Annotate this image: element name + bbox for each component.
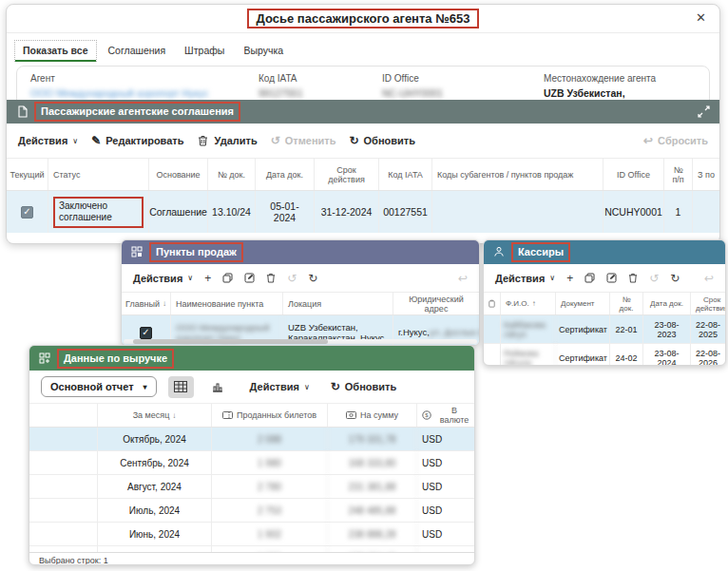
trash-icon[interactable]: [628, 273, 638, 283]
close-icon[interactable]: ✕: [696, 10, 706, 25]
col-doc-date[interactable]: Дата док.: [643, 293, 691, 314]
col-validity[interactable]: Срок действия: [691, 293, 726, 314]
col-num[interactable]: № п/п: [664, 159, 693, 190]
reset-label: Сбросить: [658, 135, 708, 146]
table-view-button[interactable]: [168, 376, 194, 398]
undo-icon[interactable]: ↺: [649, 272, 659, 285]
report-select[interactable]: Основной отчет ▾: [41, 376, 157, 397]
report-icon: [39, 352, 51, 365]
tab-fines[interactable]: Штрафы: [177, 41, 232, 62]
col-id-office[interactable]: ID Office: [603, 159, 664, 190]
month-cell: Сентябрь, 2024: [98, 451, 212, 474]
cashier-row[interactable]: Кайбакова Айгул Сертификат 22-01 23-08-2…: [484, 315, 725, 344]
agent-label: Агент: [30, 73, 259, 84]
revenue-row[interactable]: Июль, 2024 2 753 248 485,88 USD: [29, 499, 474, 523]
revenue-row[interactable]: Сентябрь, 2024 1 980 168 333,80 USD: [29, 451, 474, 475]
col-tickets[interactable]: Проданных билетов: [212, 404, 328, 427]
amount-cell: 179 331,78: [328, 428, 417, 450]
checkbox-checked[interactable]: ✓: [21, 206, 33, 219]
status-cell: Заключено соглашение: [48, 191, 149, 233]
actions-menu-button[interactable]: Действия ∨: [133, 273, 193, 284]
add-icon[interactable]: +: [566, 272, 573, 285]
revenue-row[interactable]: Август, 2024 2 780 231 381,88 USD: [29, 475, 474, 499]
col-status[interactable]: Статус: [48, 159, 149, 190]
col-amount-label: На сумму: [360, 410, 398, 420]
chart-view-button[interactable]: [205, 376, 231, 398]
trash-icon: [198, 135, 210, 147]
refresh-icon[interactable]: ↻: [670, 272, 680, 285]
tab-bar: Показать все Соглашения Штрафы Выручка: [7, 33, 719, 62]
refresh-icon: ↻: [331, 381, 340, 392]
tab-show-all[interactable]: Показать все: [14, 40, 97, 62]
agreements-row[interactable]: ✓ Заключено соглашение Соглашение 13.10/…: [7, 191, 719, 233]
col-location[interactable]: Локация: [283, 293, 393, 314]
col-currency[interactable]: $ В валюте: [417, 404, 474, 427]
col-doc-date[interactable]: Дата док.: [256, 159, 315, 190]
refresh-button[interactable]: ↻ Обновить: [331, 381, 396, 392]
actions-menu-button[interactable]: Действия ∨: [495, 273, 555, 284]
col-subagents[interactable]: Коды субагентов / пунктов продаж: [432, 159, 603, 190]
add-icon[interactable]: +: [204, 272, 211, 285]
sort-icon: ↓: [172, 411, 176, 420]
col-basis[interactable]: Основание: [149, 159, 208, 190]
col-fio-label: Ф.И.О.: [506, 299, 529, 308]
actions-menu-button[interactable]: Действия ∨: [250, 381, 310, 392]
undo-button[interactable]: ↺ Отменить: [271, 135, 336, 146]
col-document[interactable]: Документ: [556, 293, 610, 314]
col-amount[interactable]: На сумму: [328, 404, 417, 427]
doc-date-cell: 23-08-2023: [643, 315, 691, 343]
doc-date-cell: 23-08-2024: [643, 344, 691, 366]
col-doc-no[interactable]: № док.: [610, 293, 643, 314]
col-cut[interactable]: З по: [693, 159, 719, 190]
actions-label: Действия: [18, 135, 67, 146]
revenue-row[interactable]: Октябрь, 2024 2 088 179 331,78 USD: [29, 428, 474, 451]
refresh-button[interactable]: ↻ Обновить: [349, 135, 414, 146]
screen: Досье пассажирского агента №653 ✕ Показа…: [0, 0, 728, 571]
empty-col: [29, 404, 98, 427]
revenue-window: Данные по выручке Основной отчет ▾ Дейст…: [29, 345, 475, 565]
pencil-icon: ✎: [91, 135, 101, 146]
tab-agreements[interactable]: Соглашения: [101, 41, 174, 62]
reset-icon[interactable]: ↩: [458, 272, 468, 285]
document-icon: [16, 105, 29, 118]
col-doc-no[interactable]: № док.: [208, 159, 256, 190]
revenue-row[interactable]: Июнь, 2024 1 902 238 888,28 USD: [29, 523, 474, 546]
tab-revenue[interactable]: Выручка: [236, 41, 291, 62]
edit-icon[interactable]: [606, 273, 617, 283]
agent-value-link[interactable]: ООО Международный аэропорт Нукус: [30, 87, 259, 99]
currency-cell: USD: [417, 499, 474, 522]
reset-icon[interactable]: ↩: [704, 272, 714, 285]
col-currency-label: В валюте: [439, 406, 469, 425]
refresh-label: Обновить: [364, 135, 415, 146]
refresh-icon[interactable]: ↻: [308, 272, 317, 285]
actions-menu-button[interactable]: Действия ∨: [18, 135, 78, 146]
edit-button[interactable]: ✎ Редактировать: [91, 135, 183, 146]
expand-icon[interactable]: [698, 105, 710, 118]
col-iata[interactable]: Код IATA: [379, 159, 432, 190]
horizontal-scrollbar[interactable]: [124, 339, 477, 344]
copy-icon[interactable]: [584, 273, 595, 283]
col-fio[interactable]: Ф.И.О. ↑: [501, 293, 556, 314]
tickets-cell: 2 088: [212, 428, 328, 450]
trash-icon[interactable]: [266, 273, 276, 283]
empty-cell: [29, 428, 98, 450]
edit-icon[interactable]: [244, 273, 255, 283]
col-legal-address[interactable]: Юридический адрес: [393, 293, 479, 314]
scrollbar-thumb[interactable]: [133, 339, 328, 344]
revenue-row[interactable]: Май, 2024 1 952 188 384,48 USD: [29, 546, 474, 552]
cashier-row[interactable]: Реймова Айсулу Сертификат 24-02 23-08-20…: [484, 344, 725, 366]
select-cell: [484, 344, 501, 366]
col-current[interactable]: Текущий: [7, 159, 48, 190]
month-cell: Июнь, 2024: [98, 523, 212, 545]
col-validity[interactable]: Срок действия: [315, 159, 379, 190]
col-main[interactable]: Главный ↓: [122, 293, 171, 314]
checkbox-checked[interactable]: ✓: [140, 327, 152, 339]
copy-icon[interactable]: [222, 273, 233, 283]
reset-button[interactable]: ↩ Сбросить: [643, 135, 708, 146]
col-point-name[interactable]: Наименование пункта: [171, 293, 283, 314]
undo-icon[interactable]: ↺: [287, 272, 297, 285]
delete-button[interactable]: Удалить: [198, 135, 258, 147]
cashiers-window: Кассиры Действия ∨ + ↺ ↻ ↩: [483, 239, 726, 366]
col-month[interactable]: За месяц ↓: [98, 404, 212, 427]
id-office-value: NC-UHY0001: [382, 87, 544, 99]
